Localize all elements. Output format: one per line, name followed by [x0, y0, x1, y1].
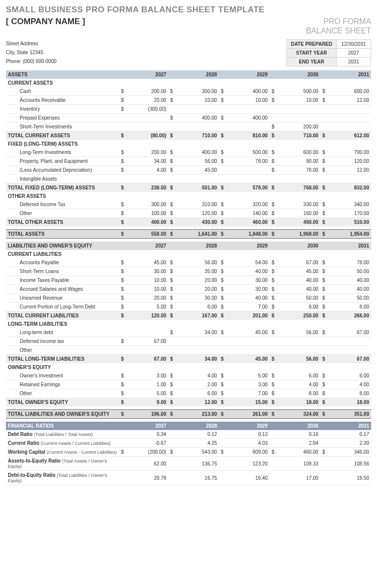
- currency-symbol: [270, 337, 277, 346]
- line-value: 100.00: [126, 209, 168, 218]
- line-label: Other: [6, 346, 119, 355]
- line-value: 10.00: [226, 96, 270, 105]
- line-value: 45.00: [226, 355, 270, 364]
- currency-symbol: $: [119, 218, 126, 227]
- line-value: [327, 105, 371, 114]
- line-value: 6.00: [175, 303, 219, 311]
- line-value: 67.00: [126, 355, 168, 364]
- currency-symbol: $: [270, 184, 277, 192]
- line-value: 120.00: [175, 209, 219, 218]
- currency-symbol: $: [219, 218, 226, 227]
- currency-symbol: $: [320, 166, 327, 175]
- currency-symbol: $: [320, 380, 327, 389]
- line-value: 400.00: [126, 218, 168, 227]
- line-label: Short-Term Loans: [6, 267, 119, 276]
- proforma-line1: PRO FORMA: [306, 17, 371, 26]
- line-value: 30.00: [126, 267, 168, 276]
- line-label: Current Portion of Long-Term Debt: [6, 303, 119, 311]
- line-label: Property, Plant, and Equipment: [6, 157, 119, 166]
- line-value: 30.00: [226, 276, 270, 285]
- year-header: 2029: [226, 70, 270, 79]
- line-value: [126, 123, 168, 131]
- line-value: 300.00: [126, 200, 168, 209]
- line-value: 15.00: [226, 398, 270, 407]
- line-value: 45.00: [277, 267, 320, 276]
- line-value: 400.00: [226, 114, 270, 123]
- currency-symbol: $: [320, 157, 327, 166]
- currency-symbol: $: [119, 311, 126, 320]
- line-value: 6.00: [277, 371, 320, 380]
- currency-symbol: $: [168, 157, 175, 166]
- phone: Phone: (000) 000-0000: [6, 57, 57, 66]
- currency-symbol: $: [320, 371, 327, 380]
- line-label: TOTAL ASSETS: [6, 230, 119, 239]
- ratio-value: -0.67: [126, 439, 168, 448]
- line-value: 351.00: [327, 410, 371, 419]
- currency-symbol: $: [320, 303, 327, 311]
- year-header: 2028: [175, 242, 219, 250]
- currency-symbol: $: [320, 230, 327, 239]
- currency-symbol: $: [119, 410, 126, 419]
- year-header: 2030: [277, 422, 320, 430]
- year-header: 2030: [277, 70, 320, 79]
- street-address: Street Address: [6, 39, 57, 48]
- proforma-heading: PRO FORMA BALANCE SHEET: [306, 17, 371, 35]
- ratio-value: 0.34: [126, 430, 168, 439]
- currency-symbol: [168, 123, 175, 131]
- line-value: 20.00: [175, 276, 219, 285]
- currency-symbol: $: [270, 380, 277, 389]
- line-value: 78.00: [327, 258, 371, 267]
- line-label: TOTAL FIXED (LONG-TERM) ASSETS: [6, 184, 119, 192]
- line-value: [277, 114, 320, 123]
- line-value: [277, 346, 320, 355]
- currency-symbol: $: [270, 200, 277, 209]
- section-header: FINANCIAL RATIOS: [6, 422, 119, 430]
- line-value: 6.00: [175, 389, 219, 398]
- proforma-line2: BALANCE SHEET: [306, 26, 371, 35]
- line-value: 35.00: [175, 267, 219, 276]
- meta-table: DATE PREPARED 12/30/2031 START YEAR 2027…: [286, 39, 371, 66]
- currency-symbol: $: [168, 131, 175, 140]
- currency-symbol: [320, 123, 327, 131]
- line-value: [175, 175, 219, 184]
- line-value: 600.00: [277, 148, 320, 157]
- currency-symbol: $: [119, 285, 126, 294]
- currency-symbol: $: [270, 267, 277, 276]
- currency-symbol: $: [270, 371, 277, 380]
- line-value: [226, 175, 270, 184]
- line-value: 4.00: [126, 166, 168, 175]
- page-title: SMALL BUSINESS PRO FORMA BALANCE SHEET T…: [6, 5, 371, 15]
- currency-symbol: $: [219, 114, 226, 123]
- line-label: TOTAL CURRENT ASSETS: [6, 131, 119, 140]
- line-value: 40.00: [277, 285, 320, 294]
- line-value: 340.00: [327, 200, 371, 209]
- line-label: Accounts Receivable: [6, 96, 119, 105]
- line-value: 768.00: [277, 184, 320, 192]
- currency-symbol: [270, 114, 277, 123]
- group-header: CURRENT ASSETS: [6, 79, 371, 87]
- currency-symbol: $: [320, 389, 327, 398]
- ratio-value: 2.30: [327, 439, 371, 448]
- currency-symbol: $: [219, 258, 226, 267]
- currency-symbol: $: [168, 371, 175, 380]
- line-value: 9.00: [126, 398, 168, 407]
- line-value: 324.00: [277, 410, 320, 419]
- currency-symbol: $: [168, 166, 175, 175]
- currency-symbol: [119, 123, 126, 131]
- line-value: 8.00: [277, 303, 320, 311]
- currency-symbol: $: [219, 230, 226, 239]
- currency-symbol: $: [119, 87, 126, 96]
- line-value: 1,641.00: [175, 230, 219, 239]
- currency-symbol: $: [270, 157, 277, 166]
- section-header: LIABILITIES AND OWNER'S EQUITY: [6, 242, 119, 250]
- currency-symbol: $: [119, 303, 126, 311]
- currency-symbol: [219, 337, 226, 346]
- line-value: 20.00: [175, 285, 219, 294]
- line-value: 310.00: [175, 200, 219, 209]
- line-value: 120.00: [126, 311, 168, 320]
- year-header: 2031: [327, 242, 371, 250]
- line-value: 213.00: [175, 410, 219, 419]
- currency-symbol: $: [219, 380, 226, 389]
- currency-symbol: $: [219, 355, 226, 364]
- ratio-label: Assets-to-Equity Ratio (Total Assets / O…: [6, 457, 119, 471]
